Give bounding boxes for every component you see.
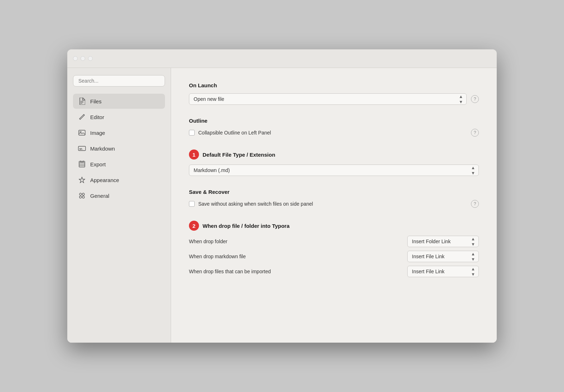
- outline-checkbox[interactable]: [189, 130, 195, 136]
- default-file-type-select-wrapper: Markdown (.md) Plain Text (.txt) Rich Te…: [189, 165, 479, 176]
- outline-row: Collapsible Outline on Left Panel ?: [189, 129, 479, 137]
- general-icon: [78, 192, 86, 200]
- save-recover-checkbox[interactable]: [189, 201, 195, 207]
- preferences-window: Files Editor: [67, 49, 497, 343]
- drop-select-wrapper-1: Insert File Link Copy to folder Move to …: [407, 251, 479, 262]
- default-file-type-section: 1 Default File Type / Extension Markdown…: [189, 150, 479, 176]
- sidebar-item-markdown-label: Markdown: [90, 146, 115, 152]
- main-content: On Launch Open new file Open last file O…: [171, 68, 497, 343]
- sidebar-item-markdown[interactable]: M↓ Markdown: [73, 141, 165, 156]
- drop-file-badge: 2: [189, 221, 199, 231]
- outline-label[interactable]: Collapsible Outline on Left Panel: [189, 130, 271, 136]
- sidebar-item-files[interactable]: Files: [73, 94, 165, 109]
- save-recover-label[interactable]: Save without asking when switch files on…: [189, 201, 313, 207]
- search-input[interactable]: [73, 75, 165, 87]
- sidebar-item-general-label: General: [90, 193, 109, 199]
- outline-checkbox-label: Collapsible Outline on Left Panel: [198, 130, 271, 136]
- sidebar-item-appearance[interactable]: Appearance: [73, 172, 165, 187]
- sidebar-item-general[interactable]: General: [73, 188, 165, 203]
- on-launch-select[interactable]: Open new file Open last file Open last f…: [189, 93, 467, 105]
- outline-section: Outline Collapsible Outline on Left Pane…: [189, 118, 479, 137]
- titlebar: [67, 49, 497, 68]
- drop-select-2[interactable]: Insert File Link Copy to folder Move to …: [407, 266, 479, 277]
- save-recover-checkbox-label: Save without asking when switch files on…: [198, 201, 313, 207]
- save-recover-title: Save & Recover: [189, 189, 479, 195]
- sidebar-item-image-label: Image: [90, 130, 105, 136]
- default-file-type-title: Default File Type / Extension: [203, 152, 275, 158]
- sidebar-item-appearance-label: Appearance: [90, 177, 119, 183]
- on-launch-section: On Launch Open new file Open last file O…: [189, 82, 479, 105]
- on-launch-row: Open new file Open last file Open last f…: [189, 93, 479, 105]
- content-area: Files Editor: [67, 68, 497, 343]
- maximize-button[interactable]: [88, 56, 93, 61]
- svg-rect-3: [79, 130, 85, 135]
- default-file-type-header: 1 Default File Type / Extension: [189, 150, 479, 160]
- drop-select-0[interactable]: Insert Folder Link Copy to folder Move t…: [407, 236, 479, 247]
- drop-row-2: When drop files that can be imported Ins…: [189, 266, 479, 277]
- drop-file-section: 2 When drop file / folder into Typora Wh…: [189, 221, 479, 277]
- drop-select-wrapper-2: Insert File Link Copy to folder Move to …: [407, 266, 479, 277]
- on-launch-title: On Launch: [189, 82, 479, 88]
- svg-point-14: [82, 196, 84, 198]
- outline-title: Outline: [189, 118, 479, 124]
- sidebar-item-image[interactable]: Image: [73, 125, 165, 140]
- image-icon: [78, 129, 86, 137]
- svg-point-12: [82, 193, 84, 195]
- drop-select-wrapper-0: Insert Folder Link Copy to folder Move t…: [407, 236, 479, 247]
- default-file-type-select[interactable]: Markdown (.md) Plain Text (.txt) Rich Te…: [189, 165, 479, 176]
- sidebar-item-export[interactable]: Export: [73, 157, 165, 172]
- sidebar-item-editor[interactable]: Editor: [73, 109, 165, 124]
- files-icon: [78, 97, 86, 105]
- markdown-icon: M↓: [78, 144, 86, 152]
- sidebar: Files Editor: [67, 68, 171, 343]
- save-recover-row: Save without asking when switch files on…: [189, 200, 479, 208]
- traffic-lights: [73, 56, 93, 61]
- drop-file-header: 2 When drop file / folder into Typora: [189, 221, 479, 231]
- default-file-type-badge: 1: [189, 150, 199, 160]
- sidebar-item-export-label: Export: [90, 161, 106, 167]
- drop-label-1: When drop markdown file: [189, 254, 246, 259]
- export-icon: [78, 160, 86, 168]
- save-recover-section: Save & Recover Save without asking when …: [189, 189, 479, 208]
- drop-file-title: When drop file / folder into Typora: [203, 223, 290, 229]
- drop-row-1: When drop markdown file Insert File Link…: [189, 251, 479, 262]
- appearance-icon: [78, 176, 86, 184]
- editor-icon: [78, 113, 86, 121]
- svg-point-11: [79, 193, 82, 195]
- sidebar-item-files-label: Files: [90, 98, 102, 104]
- close-button[interactable]: [73, 56, 78, 61]
- drop-label-2: When drop files that can be imported: [189, 269, 271, 274]
- save-recover-help-icon[interactable]: ?: [471, 200, 479, 208]
- sidebar-item-editor-label: Editor: [90, 114, 104, 120]
- svg-text:M↓: M↓: [79, 147, 83, 151]
- outline-help-icon[interactable]: ?: [471, 129, 479, 137]
- drop-select-1[interactable]: Insert File Link Copy to folder Move to …: [407, 251, 479, 262]
- minimize-button[interactable]: [81, 56, 85, 61]
- svg-point-13: [79, 196, 82, 198]
- on-launch-help-icon[interactable]: ?: [471, 95, 479, 103]
- drop-label-0: When drop folder: [189, 239, 227, 244]
- on-launch-select-wrapper: Open new file Open last file Open last f…: [189, 93, 467, 105]
- drop-row-0: When drop folder Insert Folder Link Copy…: [189, 236, 479, 247]
